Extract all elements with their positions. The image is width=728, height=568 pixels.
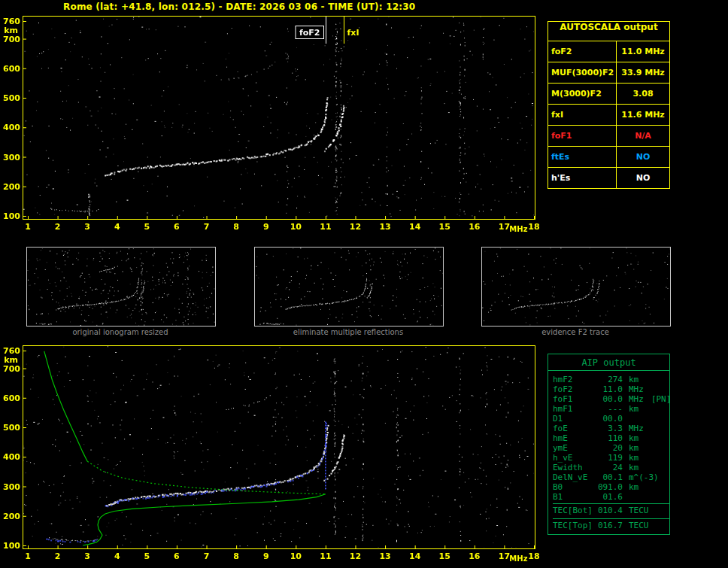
aip-u-hmf2: km: [629, 375, 639, 384]
aip-n-yme: ymE: [553, 443, 596, 453]
autoscala-value-m-3000-f2: 3.08: [617, 84, 669, 104]
aip-v-fof2: 11.0: [596, 384, 623, 394]
aip-row-fof2: foF211.0MHz: [553, 384, 669, 394]
aip-n-h-ve: h_vE: [553, 453, 596, 463]
aip-u-hmf1: km: [629, 404, 639, 414]
aip-v-d1: 00.0: [596, 414, 623, 424]
aip-v-hmf1: ---: [596, 404, 623, 414]
autoscala-screen: Rome (lat: +41.8, lon: 012.5) - DATE: 20…: [0, 0, 728, 568]
thumbnail-cleaned-ionogram: [254, 247, 444, 327]
autoscala-label-fof1: foF1: [548, 126, 617, 146]
autoscala-value-h-es: NO: [617, 168, 669, 188]
aip-n-foe: foE: [553, 424, 596, 433]
aip-row-b1: B101.6: [553, 492, 669, 502]
aip-row-fof1: foF100.0MHz[PN]: [553, 394, 669, 404]
aip-n-d1: D1: [553, 414, 596, 424]
autoscala-row-fof2: foF211.0 MHz: [548, 41, 669, 62]
autoscala-row-h-es: h'EsNO: [548, 167, 669, 188]
aip-u-hme: km: [629, 433, 639, 443]
aip-n-b0: B0: [553, 482, 596, 492]
aip-row-hmf2: hmF2274km: [553, 375, 669, 384]
autoscala-row-fxi: fxI11.6 MHz: [548, 104, 669, 125]
aip-row-hme: hmE110km: [553, 433, 669, 443]
aip-row-deln-ve: DelN_vE00.1m^(-3): [553, 472, 669, 482]
aip-row-tec-top: TEC[Top]016.7TECU: [553, 518, 669, 532]
autoscala-label-fof2: foF2: [548, 41, 617, 62]
aip-v-hme: 110: [596, 433, 623, 443]
autoscala-row-muf-3000-f2: MUF(3000)F233.9 MHz: [548, 62, 669, 83]
top-ionogram-canvas: [0, 0, 544, 238]
autoscala-value-fof2: 11.0 MHz: [617, 41, 669, 62]
aip-note-fof1: [PN]: [651, 394, 672, 404]
bottom-ionogram-canvas: [0, 339, 544, 568]
aip-n-hme: hmE: [553, 433, 596, 443]
autoscala-value-fof1: N/A: [617, 126, 669, 146]
autoscala-value-muf-3000-f2: 33.9 MHz: [617, 62, 669, 83]
autoscala-label-fxi: fxI: [548, 105, 617, 125]
aip-v-ewidth: 24: [596, 463, 623, 472]
aip-row-hmf1: hmF1---km: [553, 404, 669, 414]
aip-n-hmf2: hmF2: [553, 375, 596, 384]
aip-n-b1: B1: [553, 492, 596, 502]
aip-v-b0: 091.0: [596, 482, 623, 492]
aip-row-ewidth: Ewidth24km: [553, 463, 669, 472]
aip-v-foe: 3.3: [596, 424, 623, 433]
aip-n-tec-top: TEC[Top]: [553, 521, 596, 530]
aip-v-h-ve: 119: [596, 453, 623, 463]
thumbnail-caption-evidence: evidence F2 trace: [481, 328, 670, 336]
aip-v-tec-bot: 010.4: [596, 506, 623, 515]
aip-v-fof1: 00.0: [596, 394, 623, 404]
thumbnail-caption-original: original ionogram resized: [26, 328, 215, 336]
autoscala-value-fxi: 11.6 MHz: [617, 105, 669, 125]
aip-u-tec-bot: TECU: [629, 506, 649, 515]
autoscala-label-h-es: h'Es: [548, 168, 617, 188]
thumbnail-original-ionogram: [26, 247, 216, 327]
aip-v-deln-ve: 00.1: [596, 472, 623, 482]
aip-u-foe: MHz: [629, 424, 644, 433]
aip-n-fof1: foF1: [553, 394, 596, 404]
autoscala-row-ftes: ftEsNO: [548, 146, 669, 167]
autoscala-row-m-3000-f2: M(3000)F23.08: [548, 83, 669, 104]
aip-n-deln-ve: DelN_vE: [553, 472, 596, 482]
aip-v-yme: 20: [596, 443, 623, 453]
autoscala-label-m-3000-f2: M(3000)F2: [548, 84, 617, 104]
autoscala-table-body: foF211.0 MHzMUF(3000)F233.9 MHzM(3000)F2…: [548, 41, 669, 188]
aip-v-hmf2: 274: [596, 375, 623, 384]
aip-u-deln-ve: m^(-3): [629, 472, 659, 482]
autoscala-table-header: AUTOSCALA output: [548, 22, 669, 41]
autoscala-label-ftes: ftEs: [548, 147, 617, 167]
autoscala-output-table: AUTOSCALA output foF211.0 MHzMUF(3000)F2…: [548, 21, 670, 189]
aip-n-fof2: foF2: [553, 384, 596, 394]
aip-table-body: hmF2274kmfoF211.0MHzfoF100.0MHz[PN]hmF1-…: [548, 371, 669, 534]
autoscala-label-muf-3000-f2: MUF(3000)F2: [548, 62, 617, 83]
aip-row-tec-bot: TEC[Bot]010.4TECU: [553, 503, 669, 517]
aip-u-tec-top: TECU: [629, 521, 649, 530]
aip-row-h-ve: h_vE119km: [553, 453, 669, 463]
autoscala-row-fof1: foF1N/A: [548, 125, 669, 146]
aip-u-yme: km: [629, 443, 639, 453]
autoscala-value-ftes: NO: [617, 147, 669, 167]
aip-row-b0: B0091.0km: [553, 482, 669, 492]
aip-row-foe: foE3.3MHz: [553, 424, 669, 433]
aip-output-table: AIP output hmF2274kmfoF211.0MHzfoF100.0M…: [548, 354, 670, 535]
aip-table-header: AIP output: [548, 354, 669, 371]
aip-row-yme: ymE20km: [553, 443, 669, 453]
thumbnail-caption-cleaned: eliminate multiple reflections: [253, 328, 443, 336]
aip-u-b0: km: [629, 482, 639, 492]
aip-row-d1: D100.0: [553, 414, 669, 424]
aip-u-fof2: MHz: [629, 384, 644, 394]
aip-u-ewidth: km: [629, 463, 639, 472]
aip-u-fof1: MHz: [629, 394, 644, 404]
aip-n-tec-bot: TEC[Bot]: [553, 506, 596, 515]
aip-n-hmf1: hmF1: [553, 404, 596, 414]
aip-v-tec-top: 016.7: [596, 521, 623, 530]
aip-v-b1: 01.6: [596, 492, 623, 502]
aip-u-h-ve: km: [629, 453, 639, 463]
aip-n-ewidth: Ewidth: [553, 463, 596, 472]
thumbnail-f2-evidence: [481, 247, 671, 327]
